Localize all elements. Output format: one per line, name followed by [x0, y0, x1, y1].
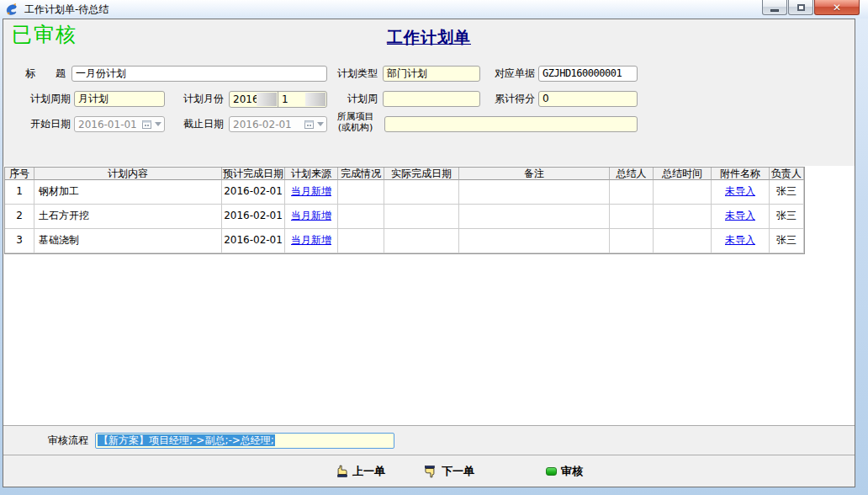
column-header-expected_date: 预计完成日期: [222, 168, 285, 180]
title-field-label: 标 题: [25, 66, 67, 82]
column-header-seq: 序号: [5, 168, 34, 180]
table-header-row: 序号计划内容预计完成日期计划来源完成情况实际完成日期备注总结人总结时间附件名称负…: [5, 168, 804, 180]
cell-owner: 张三: [770, 205, 804, 229]
column-header-summary_time: 总结时间: [654, 168, 712, 180]
cell-expected_date: 2016-02-01: [222, 180, 285, 205]
audit-button[interactable]: 审核: [546, 461, 583, 482]
column-header-actual_date: 实际完成日期: [384, 168, 459, 180]
review-flow-strip: 审核流程 【新方案】项目经理;->副总;->总经理;: [3, 425, 855, 455]
plan-month-spinbox: 2016 1: [229, 91, 327, 108]
column-header-content: 计划内容: [34, 168, 222, 180]
plan-cycle-label: 计划周期: [25, 91, 71, 107]
calendar-icon: [142, 120, 151, 129]
plan-week-label: 计划周: [336, 91, 378, 107]
start-date-calendar-button[interactable]: [142, 120, 164, 129]
cell-content: 土石方开挖: [34, 205, 222, 229]
previous-record-label: 上一单: [352, 464, 385, 479]
window-title: 工作计划单-待总结: [24, 0, 108, 19]
cell-summary_time: [654, 229, 712, 253]
minimize-button[interactable]: [762, 0, 787, 15]
end-date-picker[interactable]: 2016-02-01: [229, 116, 327, 132]
doc-no-label: 对应单据: [487, 66, 535, 82]
column-header-completion: 完成情况: [338, 168, 384, 180]
minimize-icon: [770, 9, 779, 12]
project-field[interactable]: [384, 116, 638, 132]
cell-summary_time: [654, 180, 712, 205]
grid-background: 序号计划内容预计完成日期计划来源完成情况实际完成日期备注总结人总结时间附件名称负…: [3, 166, 855, 425]
start-date-label: 开始日期: [25, 116, 71, 132]
total-score-field[interactable]: 0: [538, 91, 638, 107]
cell-owner: 张三: [770, 229, 804, 253]
table-row: 1钢材加工2016-02-01当月新增未导入张三: [5, 180, 804, 205]
plan-month-spinner[interactable]: 1: [278, 92, 326, 107]
cell-expected_date: 2016-02-01: [222, 229, 285, 253]
title-bar[interactable]: 工作计划单-待总结 ✕: [0, 0, 868, 19]
next-record-button[interactable]: 下一单: [424, 461, 474, 482]
cell-seq: 2: [5, 205, 34, 229]
doc-no-input[interactable]: GZJHD160000001: [538, 66, 638, 82]
review-flow-label: 审核流程: [48, 433, 88, 449]
cell-actual_date: [384, 180, 459, 205]
dropdown-arrow-icon: [317, 122, 324, 126]
calendar-icon: [304, 120, 314, 129]
cell-remark: [459, 180, 610, 205]
audit-label: 审核: [561, 464, 583, 479]
maximize-button[interactable]: [788, 0, 813, 15]
cell-seq: 3: [5, 229, 34, 253]
column-header-source: 计划来源: [285, 168, 338, 180]
column-header-attachment: 附件名称: [712, 168, 770, 180]
cell-completion: [338, 180, 384, 205]
cell-content: 基础浇制: [34, 229, 222, 253]
table-row: 2土石方开挖2016-02-01当月新增未导入张三: [5, 205, 804, 229]
cell-remark: [459, 229, 610, 253]
hand-down-icon: [424, 465, 437, 478]
table-body: 1钢材加工2016-02-01当月新增未导入张三2土石方开挖2016-02-01…: [5, 180, 804, 253]
cell-summary_time: [654, 205, 712, 229]
cell-attachment[interactable]: 未导入: [712, 229, 770, 253]
start-date-picker[interactable]: 2016-01-01: [74, 116, 165, 132]
cell-content: 钢材加工: [34, 180, 222, 205]
cell-attachment[interactable]: 未导入: [712, 180, 770, 205]
start-date-value: 2016-01-01: [78, 119, 142, 130]
plan-week-field[interactable]: [383, 91, 480, 107]
plan-cycle-field[interactable]: 月计划: [74, 91, 165, 107]
cell-source[interactable]: 当月新增: [285, 180, 338, 205]
title-input[interactable]: 一月份计划: [71, 66, 327, 82]
cell-completion: [338, 205, 384, 229]
column-header-owner: 负责人: [770, 168, 804, 180]
audit-green-icon: [546, 467, 557, 476]
cell-summarizer: [610, 205, 654, 229]
review-flow-input[interactable]: 【新方案】项目经理;->副总;->总经理;: [95, 433, 394, 449]
total-score-label: 累计得分: [487, 91, 535, 107]
cell-summarizer: [610, 180, 654, 205]
cell-source[interactable]: 当月新增: [285, 205, 338, 229]
next-record-label: 下一单: [442, 464, 474, 479]
table-row: 3基础浇制2016-02-01当月新增未导入张三: [5, 229, 804, 253]
plan-type-label: 计划类型: [330, 66, 378, 82]
close-button[interactable]: ✕: [814, 0, 860, 15]
selected-text: 【新方案】项目经理;->副总;->总经理;: [98, 434, 275, 446]
end-date-value: 2016-02-01: [233, 119, 304, 130]
year-spinner-grip[interactable]: [257, 93, 277, 106]
end-date-calendar-button[interactable]: [304, 120, 326, 129]
column-header-remark: 备注: [459, 168, 610, 180]
cell-attachment[interactable]: 未导入: [712, 205, 770, 229]
plan-month-value: 1: [282, 93, 288, 105]
plan-type-field[interactable]: 部门计划: [383, 66, 480, 82]
cell-actual_date: [384, 205, 459, 229]
cell-expected_date: 2016-02-01: [222, 205, 285, 229]
cell-owner: 张三: [770, 180, 804, 205]
project-label: 所属项目(或机构): [330, 111, 381, 133]
hand-up-icon: [335, 465, 348, 478]
previous-record-button[interactable]: 上一单: [335, 461, 385, 482]
plan-year-spinner[interactable]: 2016: [230, 92, 278, 107]
cell-completion: [338, 229, 384, 253]
end-date-label: 截止日期: [176, 116, 224, 132]
cell-remark: [459, 205, 610, 229]
cell-source[interactable]: 当月新增: [285, 229, 338, 253]
month-spinner-grip[interactable]: [305, 93, 326, 106]
bottom-toolbar: 上一单 下一单 审核: [3, 455, 855, 487]
column-header-summarizer: 总结人: [610, 168, 654, 180]
cell-summarizer: [610, 229, 654, 253]
plan-year-value: 2016: [233, 93, 259, 105]
